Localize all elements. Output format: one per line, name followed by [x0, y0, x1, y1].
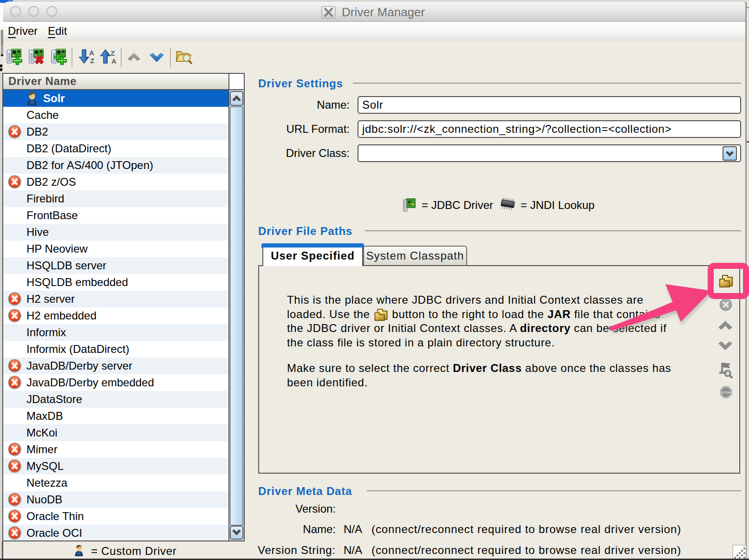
svg-text:STOP: STOP — [721, 391, 731, 395]
svg-text:Z: Z — [111, 49, 115, 57]
svg-text:Z: Z — [90, 57, 94, 65]
svg-text:A: A — [111, 57, 117, 65]
svg-text:A: A — [89, 49, 94, 57]
